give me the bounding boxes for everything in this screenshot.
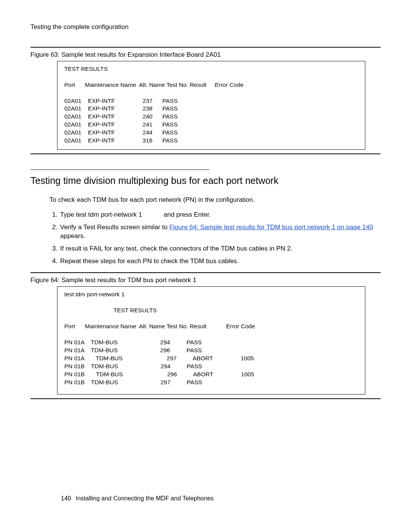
- running-header: Testing the complete configuration: [30, 23, 381, 32]
- rule-after-fig63: [30, 153, 381, 154]
- step1-tail: and press Enter.: [164, 211, 211, 218]
- figure64-row: PN 01A TDM-BUS 296 PASS: [64, 347, 358, 355]
- rule-top: [30, 47, 381, 48]
- step2-tail: appears.: [60, 232, 85, 240]
- steps-list: Type test tdm port-network 1 and press E…: [49, 211, 381, 266]
- step-1: Type test tdm port-network 1 and press E…: [59, 211, 381, 219]
- step-3: If result is FAIL for any test, check th…: [59, 244, 381, 253]
- step-4: Repeat these steps for each PN to check …: [59, 257, 381, 266]
- section-rule: [30, 169, 209, 170]
- figure64-row: PN 01A TDM-BUS 297 ABORT 1005: [64, 355, 358, 363]
- figure64-row: PN 01B TDM-BUS 297 PASS: [64, 379, 358, 387]
- figure63-caption: Figure 63: Sample test results for Expan…: [30, 51, 381, 59]
- page-number: 140: [61, 495, 71, 502]
- rule-after-fig64: [30, 398, 381, 399]
- step2-lead: Verify a Test Results screen similar to: [60, 224, 169, 231]
- figure63-row: 02A01 EXP-INTF 316 PASS: [64, 137, 358, 145]
- figure63-row: 02A01 EXP-INTF 237 PASS: [64, 97, 358, 105]
- figure64-columns: Port Maintenance Name Alt. Name Test No.…: [64, 323, 358, 331]
- figure64-caption: Figure 64: Sample test results for TDM b…: [30, 276, 381, 285]
- figure63-row: 02A01 EXP-INTF 238 PASS: [64, 105, 358, 113]
- figure64-row: PN 01B TDM-BUS 294 PASS: [64, 363, 358, 371]
- figure63-row: 02A01 EXP-INTF 241 PASS: [64, 121, 358, 129]
- figure64-row: PN 01B TDM-BUS 296 ABORT 1005: [64, 371, 358, 379]
- figure63-box: TEST RESULTS Port Maintenance Name Alt. …: [57, 61, 365, 150]
- figure64-row: PN 01A TDM-BUS 294 PASS: [64, 339, 358, 347]
- footer-title: Installing and Connecting the MDF and Te…: [76, 495, 214, 502]
- step-2: Verify a Test Results screen similar to …: [59, 223, 381, 241]
- figure63-row: 02A01 EXP-INTF 244 PASS: [64, 129, 358, 137]
- figure63-title: TEST RESULTS: [64, 65, 358, 73]
- step1-cmd: Type test tdm port-network 1: [60, 211, 142, 218]
- figure64-box: test tdm port-network 1 TEST RESULTS Por…: [57, 286, 365, 395]
- page-footer: 140Installing and Connecting the MDF and…: [61, 494, 213, 503]
- figure63-columns: Port Maintenance Name Alt. Name Test No.…: [64, 81, 358, 89]
- intro-text: To check each TDM bus for each port netw…: [49, 196, 381, 204]
- figure63-row: 02A01 EXP-INTF 240 PASS: [64, 113, 358, 121]
- step2-xref-link[interactable]: Figure 64: Sample test results for TDM b…: [169, 224, 373, 231]
- figure64-cmd: test tdm port-network 1: [64, 291, 358, 299]
- section-heading: Testing time division multiplexing bus f…: [30, 174, 381, 187]
- rule-before-fig64: [30, 272, 381, 273]
- figure64-title: TEST RESULTS: [64, 307, 358, 315]
